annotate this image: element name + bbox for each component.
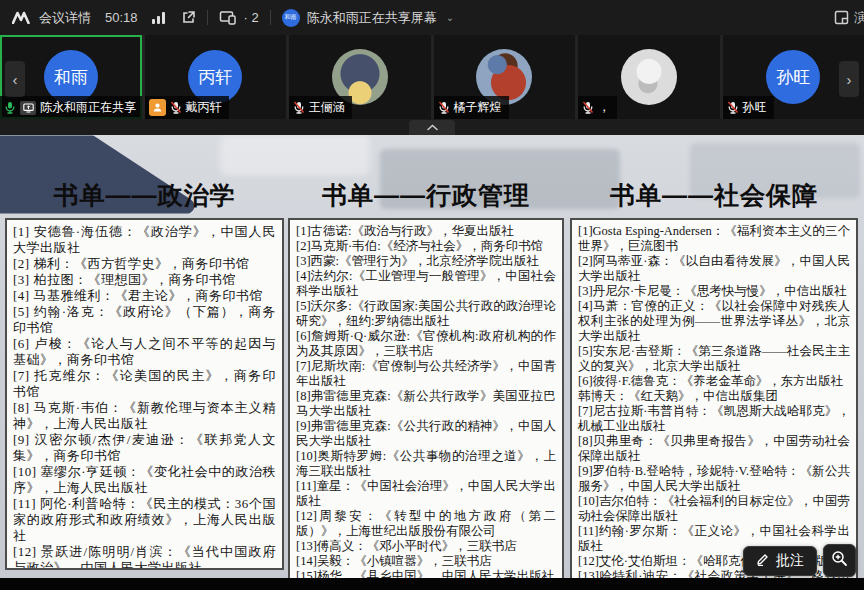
prev-participants-button[interactable]: ‹ bbox=[5, 61, 25, 97]
book-item: [9]罗伯特·B.登哈特，珍妮特·V.登哈特：《新公共服务》，中国人民大学出版社 bbox=[578, 464, 850, 494]
book-item: [5] 约翰·洛克：《政府论》（下篇），商务印书馆 bbox=[13, 304, 276, 336]
annotate-button[interactable]: 批注 bbox=[743, 546, 817, 576]
floating-toolbar: 批注 bbox=[743, 544, 856, 577]
book-item: [12] 景跃进/陈明明/肖滨：《当代中国政府与政治》，中国人民大学出版社 bbox=[13, 544, 276, 570]
participant-name: 王俪涵 bbox=[309, 99, 345, 116]
book-item: [6]彼得·F.德鲁克：《养老金革命》，东方出版社 bbox=[578, 374, 850, 389]
participant-name: ， bbox=[598, 99, 610, 116]
screen-share-icon bbox=[20, 101, 36, 115]
book-list-public-admin: [1]古德诺:《政治与行政》，华夏出版社[2]马克斯·韦伯:《经济与社会》，商务… bbox=[288, 218, 564, 590]
column-title-social-security: 书单——社会保障 bbox=[570, 179, 858, 212]
participant-label: 戴丙轩 bbox=[145, 96, 229, 119]
book-item: [10] 塞缪尔·亨廷顿：《变化社会中的政治秩序》，上海人民出版社 bbox=[13, 464, 276, 496]
book-item: [4]法约尔:《工业管理与一般管理》，中国社会科学出版社 bbox=[296, 269, 556, 299]
collapse-strip-button[interactable] bbox=[409, 120, 455, 135]
book-item: [3]丹尼尔·卡尼曼：《思考快与慢》，中信出版社 bbox=[578, 284, 850, 299]
view-mode-button[interactable]: 演讲 bbox=[834, 9, 864, 27]
book-item: [11] 阿伦·利普哈特：《民主的模式：36个国家的政府形式和政府绩效》，上海人… bbox=[13, 496, 276, 544]
column-title-politics: 书单——政治学 bbox=[5, 179, 284, 212]
book-item: [10]奥斯特罗姆:《公共事物的治理之道》，上海三联出版社 bbox=[296, 449, 556, 479]
column-title-public-admin: 书单——行政管理 bbox=[288, 179, 564, 212]
meeting-timer: 50:18 bbox=[105, 10, 138, 25]
book-item: [1]Gosta Esping-Andersen：《福利资本主义的三个世界》，巨… bbox=[578, 224, 850, 254]
avatar bbox=[621, 49, 677, 105]
sharing-banner-text: 陈永和雨正在共享屏幕 bbox=[307, 9, 437, 27]
book-item: [9] 汉密尔顿/杰伊/麦迪逊：《联邦党人文集》，商务印书馆 bbox=[13, 432, 276, 464]
network-signal-icon bbox=[152, 12, 165, 24]
background-photo bbox=[220, 135, 370, 175]
participant-label: 橘子辉煌 bbox=[434, 96, 509, 119]
zoom-in-button[interactable] bbox=[823, 544, 856, 577]
participant-label: ， bbox=[578, 96, 617, 119]
avatar: 孙旺 bbox=[766, 50, 820, 104]
mic-muted-icon bbox=[170, 101, 182, 114]
pencil-icon bbox=[756, 552, 770, 569]
mic-muted-icon bbox=[727, 101, 739, 114]
participant-tile-juzihuihuang[interactable]: 橘子辉煌 bbox=[434, 35, 576, 119]
meeting-logo-icon bbox=[12, 11, 32, 24]
participant-tile-wanglihan[interactable]: 王俪涵 bbox=[289, 35, 431, 119]
participant-strip: 和雨 陈永和雨正在共享 丙轩 戴丙轩 bbox=[0, 35, 864, 119]
participant-label: 孙旺 bbox=[723, 96, 774, 119]
participant-name: 戴丙轩 bbox=[186, 99, 222, 116]
annotate-label: 批注 bbox=[776, 552, 804, 570]
strip-collapse-zone bbox=[0, 119, 864, 135]
book-item: [8] 马克斯·韦伯：《新教伦理与资本主义精神》，上海人民出版社 bbox=[13, 400, 276, 432]
meeting-details-button[interactable]: 会议详情 bbox=[12, 9, 91, 27]
layout-view-icon bbox=[834, 10, 849, 25]
book-item: [1] 安德鲁·海伍德：《政治学》，中国人民大学出版社 bbox=[13, 224, 276, 256]
devices-icon bbox=[219, 10, 237, 25]
book-list-politics: [1] 安德鲁·海伍德：《政治学》，中国人民大学出版社[2] 梯利：《西方哲学史… bbox=[5, 218, 284, 570]
book-item: [4] 马基雅维利：《君主论》，商务印书馆 bbox=[13, 288, 276, 304]
topbar-divider bbox=[270, 10, 271, 25]
book-item: [2] 梯利：《西方哲学史》，商务印书馆 bbox=[13, 256, 276, 272]
book-item: [3] 柏拉图：《理想国》，商务印书馆 bbox=[13, 272, 276, 288]
book-item: [11]童星：《中国社会治理》，中国人民大学出版社 bbox=[296, 479, 556, 509]
mic-muted-icon bbox=[582, 101, 594, 114]
book-item: 韩博天：《红天鹅》，中信出版集团 bbox=[578, 389, 850, 404]
open-external-icon[interactable] bbox=[181, 10, 196, 25]
shared-screen-content: 书单——政治学 书单——行政管理 书单——社会保障 [1] 安德鲁·海伍德：《政… bbox=[0, 135, 864, 590]
book-item: [2]阿马蒂亚·森：《以自由看待发展》，中国人民大学出版社 bbox=[578, 254, 850, 284]
chevron-down-icon: ⌄ bbox=[446, 12, 454, 23]
book-item: [14]吴毅：《小镇喧嚣》，三联书店 bbox=[296, 554, 556, 569]
book-item: [10]吉尔伯特：《社会福利的目标定位》，中国劳动社会保障出版社 bbox=[578, 494, 850, 524]
book-item: [6]詹姆斯·Q·威尔逊:《官僚机构:政府机构的作为及其原因》，三联书店 bbox=[296, 329, 556, 359]
participant-label: 王俪涵 bbox=[289, 96, 352, 119]
participant-name: 孙旺 bbox=[743, 99, 767, 116]
next-participants-button[interactable]: › bbox=[839, 61, 859, 97]
participant-tile-daibingxuan[interactable]: 丙轩 戴丙轩 bbox=[145, 35, 287, 119]
book-item: [2]马克斯·韦伯:《经济与社会》，商务印书馆 bbox=[296, 239, 556, 254]
book-item: [8]弗雷德里克森:《新公共行政学》美国亚拉巴马大学出版社 bbox=[296, 389, 556, 419]
device-count: · 2 bbox=[244, 10, 259, 25]
mic-muted-icon bbox=[293, 101, 305, 114]
shared-screens-button[interactable]: · 2 bbox=[219, 10, 259, 25]
book-item: [13]傅高义：《邓小平时代》，三联书店 bbox=[296, 539, 556, 554]
magnifier-plus-icon bbox=[831, 550, 848, 571]
mic-muted-icon bbox=[438, 101, 450, 114]
book-list-social-security: [1]Gosta Esping-Andersen：《福利资本主义的三个世界》，巨… bbox=[570, 218, 858, 590]
participant-label: 陈永和雨正在共享 bbox=[0, 96, 142, 119]
book-item: [5]沃尔多:《行政国家:美国公共行政的政治理论研究》，纽约:罗纳德出版社 bbox=[296, 299, 556, 329]
book-item: [7]尼古拉斯·韦普肖特：《凯恩斯大战哈耶克》，机械工业出版社 bbox=[578, 404, 850, 434]
meeting-topbar: 会议详情 50:18 · 2 和雨 陈永和雨正在共享屏幕 ⌄ 演讲 bbox=[0, 0, 864, 35]
topbar-divider bbox=[207, 10, 208, 25]
book-item: [3]西蒙:《管理行为》，北京经济学院出版社 bbox=[296, 254, 556, 269]
participant-name: 橘子辉煌 bbox=[454, 99, 502, 116]
sharing-banner-dropdown[interactable]: 和雨 陈永和雨正在共享屏幕 ⌄ bbox=[282, 9, 454, 27]
sharer-avatar: 和雨 bbox=[282, 9, 300, 27]
book-item: [8]贝弗里奇：《贝弗里奇报告》，中国劳动社会保障出版社 bbox=[578, 434, 850, 464]
book-item: [7] 托克维尔：《论美国的民主》，商务印书馆 bbox=[13, 368, 276, 400]
slide-bottom-letterbox bbox=[0, 578, 864, 590]
view-mode-label: 演讲 bbox=[854, 9, 864, 27]
book-item: [1]古德诺:《政治与行政》，华夏出版社 bbox=[296, 224, 556, 239]
participant-tile-comma[interactable]: ， bbox=[578, 35, 720, 119]
book-item: [9]弗雷德里克森:《公共行政的精神》，中国人民大学出版社 bbox=[296, 419, 556, 449]
participant-name: 陈永和雨正在共享 bbox=[40, 99, 136, 116]
book-item: [4]马萧：官僚的正义：《以社会保障中对残疾人权利主张的处理为例——世界法学译丛… bbox=[578, 299, 850, 344]
meeting-details-label: 会议详情 bbox=[39, 9, 91, 27]
book-item: [7]尼斯坎南:《官僚制与公共经济学》，中国青年出版社 bbox=[296, 359, 556, 389]
book-item: [12]周黎安：《转型中的地方政府（第二版）》，上海世纪出版股份有限公司 bbox=[296, 509, 556, 539]
book-item: [5]安东尼·吉登斯：《第三条道路——社会民主主义的复兴》，北京大学出版社 bbox=[578, 344, 850, 374]
mic-on-icon bbox=[4, 101, 16, 114]
